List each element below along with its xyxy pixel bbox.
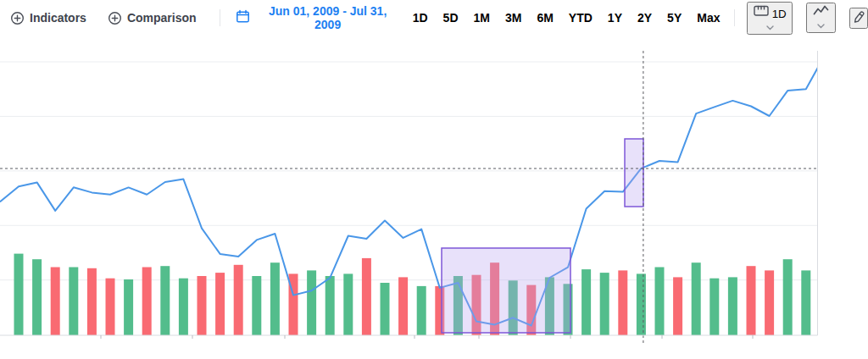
selection-region[interactable] [625, 139, 643, 207]
indicators-button[interactable]: Indicators [10, 11, 86, 25]
volume-bar [600, 273, 609, 335]
volume-bar [142, 268, 152, 336]
volume-bar [728, 277, 737, 335]
volume-bar [655, 268, 665, 336]
volume-bar [692, 262, 701, 335]
volume-bar [198, 276, 207, 335]
yahoo-finance-chart-window: Indicators Comparison Jun 01, 2009 - Jul… [0, 0, 868, 359]
toolbar-divider [734, 9, 735, 26]
price-volume-chart[interactable] [0, 15, 868, 359]
range-3m[interactable]: 3M [505, 11, 521, 25]
volume-bars [14, 254, 811, 335]
volume-bar [801, 270, 810, 335]
chevron-down-icon [817, 19, 825, 31]
range-1m[interactable]: 1M [474, 11, 490, 25]
volume-bar [69, 268, 78, 336]
volume-bar [215, 273, 225, 335]
circle-plus-icon [10, 11, 25, 25]
volume-bar [252, 276, 261, 335]
range-1y[interactable]: 1Y [608, 11, 622, 25]
calendar-icon [236, 9, 250, 26]
interval-label: 1D [772, 8, 787, 20]
range-1d[interactable]: 1D [413, 11, 428, 25]
volume-bar [270, 262, 280, 335]
volume-bar [765, 270, 774, 335]
volume-bar [234, 265, 243, 335]
volume-bar [747, 266, 756, 335]
volume-bar [709, 279, 719, 335]
interval-selector[interactable]: 1D [747, 2, 793, 35]
circle-plus-icon [108, 11, 122, 25]
range-selector: 1D 5D 1M 3M 6M YTD 1Y 2Y 5Y Max [413, 11, 721, 25]
date-range-label: Jun 01, 2009 - Jul 31, 2009 [257, 4, 399, 31]
toolbar-divider [220, 9, 220, 26]
selection-region[interactable] [442, 248, 570, 333]
volume-bar [417, 286, 426, 335]
volume-bar [87, 268, 97, 335]
range-5d[interactable]: 5D [443, 11, 459, 25]
date-range-button[interactable]: Jun 01, 2009 - Jul 31, 2009 [236, 4, 399, 31]
interval-ruler-icon [754, 8, 772, 20]
volume-bar [124, 279, 133, 335]
range-2y[interactable]: 2Y [637, 11, 652, 25]
range-6m[interactable]: 6M [537, 11, 553, 25]
line-chart-icon [813, 6, 829, 19]
volume-bar [326, 276, 335, 335]
range-5y[interactable]: 5Y [667, 11, 682, 25]
volume-bar [14, 254, 24, 335]
indicators-label: Indicators [30, 11, 86, 25]
volume-bar [179, 279, 188, 335]
draw-tool-button[interactable] [849, 8, 868, 29]
chart-type-selector[interactable] [806, 3, 836, 33]
volume-bar [581, 269, 591, 335]
volume-bar [618, 270, 627, 335]
comparison-button[interactable]: Comparison [108, 11, 197, 25]
chevron-down-icon [766, 20, 774, 33]
volume-bar [362, 258, 371, 335]
volume-bar [381, 283, 390, 335]
volume-bar [307, 270, 316, 335]
volume-bar [783, 259, 793, 335]
range-ytd[interactable]: YTD [569, 11, 593, 25]
volume-bar [160, 266, 170, 335]
volume-bar [32, 259, 42, 335]
volume-bar [106, 279, 115, 335]
volume-bar [637, 273, 646, 335]
comparison-label: Comparison [127, 11, 197, 25]
range-max[interactable]: Max [697, 11, 720, 25]
volume-bar [673, 277, 682, 335]
pencil-icon [851, 14, 866, 27]
chart-toolbar: Indicators Comparison Jun 01, 2009 - Jul… [0, 0, 868, 36]
volume-bar [343, 273, 353, 335]
volume-bar [398, 277, 408, 335]
volume-bar [51, 268, 60, 336]
